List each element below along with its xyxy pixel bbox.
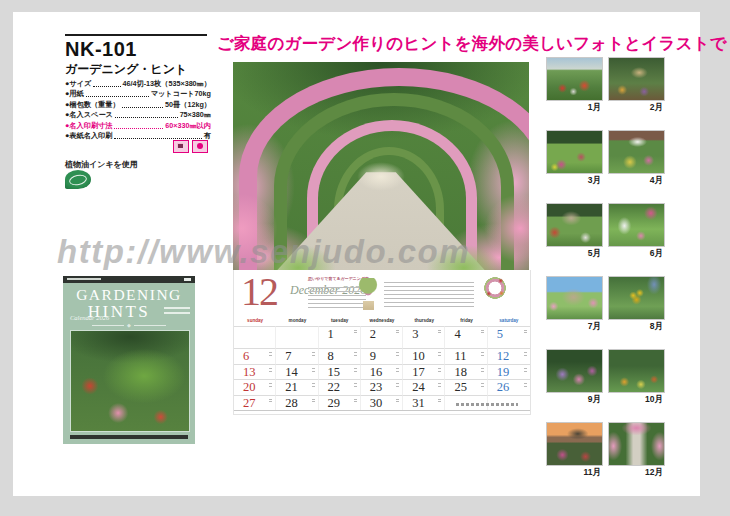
month-item: 7月: [546, 276, 603, 344]
day-cell: 18: [445, 364, 487, 380]
month-item: 1月: [546, 57, 603, 125]
month-item: 10月: [608, 349, 665, 417]
spec-value: 46/4切-13枚（535×380㎜）: [123, 79, 212, 89]
cover-garden-photo: [70, 330, 190, 432]
cover-bottom-strip: [70, 435, 188, 439]
spec-value: 60×330㎜以内: [165, 121, 211, 131]
day-cell: 24: [403, 379, 445, 395]
month-item: 6月: [608, 203, 665, 271]
month-item: 12月: [608, 422, 665, 490]
month-label: 7月: [546, 320, 603, 344]
spec-label: ●梱包数（重量）: [65, 100, 120, 110]
spec-label: ●用紙: [65, 89, 84, 99]
spec-list: ●サイズ 46/4切-13枚（535×380㎜） ●用紙 マットコート70kg …: [65, 79, 211, 141]
month-photo-september: [546, 349, 603, 393]
day-cell: 1: [319, 326, 361, 348]
spec-label: ●表紙名入印刷: [65, 131, 112, 141]
diamond-ornament-icon: ◆: [127, 323, 131, 328]
weekday-label: wednesday: [361, 318, 403, 323]
month-photo-december: [608, 422, 665, 466]
day-cell: 13: [234, 364, 276, 380]
month-label: 1月: [546, 101, 603, 125]
product-code: NK-101: [65, 38, 137, 61]
weekday-label: thursday: [403, 318, 445, 323]
day-cell: 25: [445, 379, 487, 395]
day-cell: 8: [319, 348, 361, 364]
dotted-leader: [122, 107, 163, 108]
spec-row-print-size: ●名入印刷寸法 60×330㎜以内: [65, 121, 211, 131]
day-cell: 29: [319, 395, 361, 411]
month-photo-january: [546, 57, 603, 101]
day-cell: 16: [361, 364, 403, 380]
day-cell: 2: [361, 326, 403, 348]
watermark-url: http://www.senjudo.com: [57, 233, 470, 271]
day-cell: 9: [361, 348, 403, 364]
spec-row-name-space: ●名入スペース 75×380㎜: [65, 110, 211, 120]
day-cell: 15: [319, 364, 361, 380]
wreath-illustration-icon: [482, 275, 508, 301]
month-label: 11月: [546, 466, 603, 490]
weekday-header: sunday monday tuesday wednesday thursday…: [234, 318, 530, 323]
cover-edition: Calendar 2026: [70, 314, 109, 321]
option-badges: [173, 140, 208, 153]
spec-value: 50冊（12kg）: [165, 100, 211, 110]
month-label: 10月: [608, 393, 665, 417]
catalog-page: NK-101 ガーデニング・ヒント ●サイズ 46/4切-13枚（535×380…: [13, 12, 700, 496]
day-cell: [234, 326, 276, 348]
month-label: 4月: [608, 174, 665, 198]
month-thumbnail-grid: 1月 2月 3月 4月 5月 6月 7月 8月 9月 10月 11月 12月: [546, 57, 665, 490]
weekday-label: friday: [445, 318, 487, 323]
eco-ink-label: 植物油インキを使用: [65, 159, 138, 170]
dot-mark-icon: [192, 140, 208, 153]
month-photo-june: [608, 203, 665, 247]
vegetable-oil-ink-icon: [65, 170, 91, 189]
day-cell: 26: [488, 379, 530, 395]
spec-row-paper: ●用紙 マットコート70kg: [65, 89, 211, 99]
month-photo-october: [608, 349, 665, 393]
day-cell: 14: [276, 364, 318, 380]
day-cell: 27: [234, 395, 276, 411]
cover-subtitle-japanese: [164, 307, 190, 315]
spec-label: ●名入スペース: [65, 110, 113, 120]
day-cell: 10: [403, 348, 445, 364]
dotted-leader: [114, 128, 163, 129]
potted-tree-illustration-icon: [358, 278, 378, 310]
spec-label: ●名入印刷寸法: [65, 121, 112, 131]
month-label: 9月: [546, 393, 603, 417]
day-cell: 19: [488, 364, 530, 380]
weekday-label: sunday: [234, 318, 276, 323]
day-cell: 22: [319, 379, 361, 395]
month-photo-march: [546, 130, 603, 174]
month-photo-april: [608, 130, 665, 174]
month-photo-february: [608, 57, 665, 101]
header-rule: [65, 34, 207, 36]
day-cell: 5: [488, 326, 530, 348]
month-label: 5月: [546, 247, 603, 271]
ornament-divider: ◆: [63, 323, 195, 328]
month-label: 12月: [608, 466, 665, 490]
dotted-leader: [86, 96, 149, 97]
month-item: 3月: [546, 130, 603, 198]
ornament-line: [134, 325, 166, 326]
day-cell: 21: [276, 379, 318, 395]
weekday-label: saturday: [488, 318, 530, 323]
day-cell: 3: [403, 326, 445, 348]
day-cell: 17: [403, 364, 445, 380]
dotted-leader: [93, 86, 120, 87]
publisher-credit: [456, 403, 518, 406]
ornament-line: [92, 325, 124, 326]
cover-hanger-strip: [63, 276, 195, 283]
day-cell: 20: [234, 379, 276, 395]
spec-row-packing: ●梱包数（重量） 50冊（12kg）: [65, 100, 211, 110]
calendar-grid: 1 2 3 4 5 6 7 8 9 10 11 12 13 14 15 16 1…: [234, 326, 530, 411]
calendar-cover: GARDENING HINTS Calendar 2026 ◆: [63, 276, 195, 444]
month-photo-may: [546, 203, 603, 247]
month-label: 3月: [546, 174, 603, 198]
day-cell: 12: [488, 348, 530, 364]
print-mark-icon: [173, 140, 189, 153]
day-cell: 4: [445, 326, 487, 348]
month-label: 8月: [608, 320, 665, 344]
day-cell: 30: [361, 395, 403, 411]
month-item: 5月: [546, 203, 603, 271]
month-label: 6月: [608, 247, 665, 271]
